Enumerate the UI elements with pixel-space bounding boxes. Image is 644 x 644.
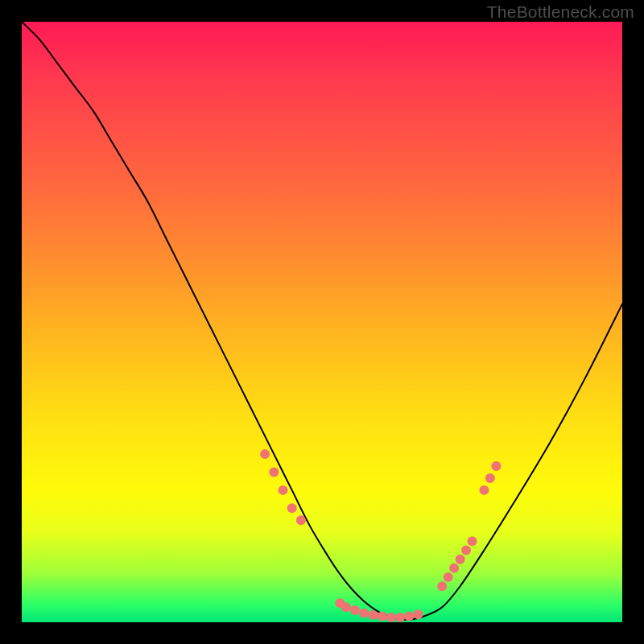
marker-layer [260, 449, 501, 622]
marker-dot [485, 473, 495, 483]
marker-dot [350, 605, 360, 615]
marker-dot [413, 609, 423, 619]
marker-dot [341, 602, 351, 612]
marker-dot [279, 485, 288, 495]
plot-area [22, 22, 622, 622]
marker-dot [269, 468, 279, 477]
marker-dot [456, 555, 465, 564]
marker-dot [260, 449, 270, 459]
marker-dot [296, 515, 306, 525]
marker-dot [461, 545, 471, 555]
marker-dot [479, 485, 489, 495]
marker-dot [468, 536, 477, 546]
marker-dot [386, 613, 396, 622]
chart-stage: TheBottleneck.com [0, 0, 644, 644]
bottleneck-curve [22, 22, 622, 620]
marker-dot [287, 503, 297, 513]
curve-svg [22, 22, 622, 622]
marker-dot [359, 609, 369, 618]
marker-dot [368, 610, 378, 620]
marker-dot [444, 572, 453, 582]
marker-dot [395, 613, 405, 622]
marker-dot [491, 461, 501, 471]
marker-dot [437, 581, 447, 591]
marker-dot [404, 612, 414, 621]
marker-dot [449, 564, 459, 573]
marker-dot [378, 612, 387, 621]
watermark-text: TheBottleneck.com [487, 2, 634, 22]
